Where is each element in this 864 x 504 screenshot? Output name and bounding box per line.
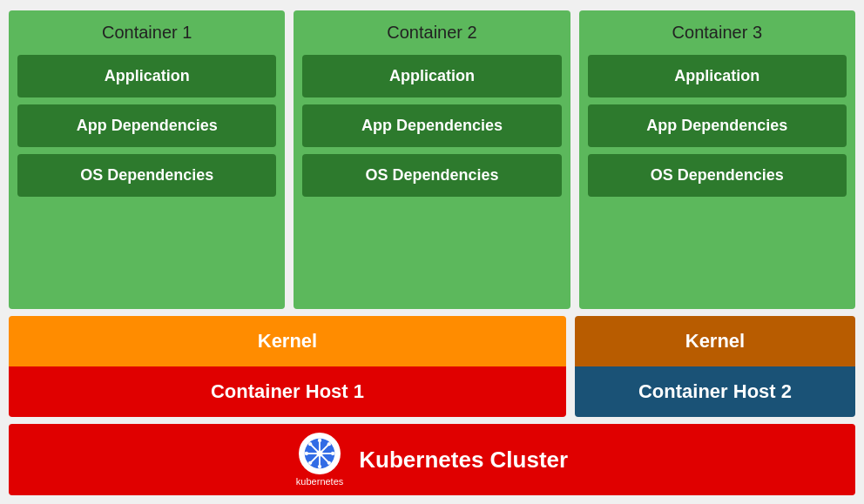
svg-point-17	[308, 461, 312, 465]
svg-point-12	[305, 452, 308, 455]
svg-point-15	[327, 461, 331, 465]
container-1-application: Application	[17, 55, 276, 97]
svg-point-10	[318, 439, 321, 442]
container-3-application: Application	[588, 55, 847, 97]
container-3-box: Container 3 Application App Dependencies…	[579, 10, 855, 309]
container-3-title: Container 3	[588, 19, 847, 48]
container-1-title: Container 1	[17, 19, 276, 48]
container-2-os-deps: OS Dependencies	[302, 154, 561, 197]
svg-point-11	[318, 465, 321, 468]
container-3-os-deps: OS Dependencies	[588, 154, 847, 197]
host2-container-host: Container Host 2	[575, 366, 855, 417]
container-2-box: Container 2 Application App Dependencies…	[294, 10, 570, 309]
kubernetes-logo: kubernetes	[296, 433, 343, 487]
host1-kernel: Kernel	[9, 316, 566, 366]
kubernetes-cluster-text: Kubernetes Cluster	[359, 447, 568, 474]
kubernetes-label: kubernetes	[296, 476, 343, 487]
container-1-os-deps: OS Dependencies	[17, 154, 276, 197]
kubernetes-wheel-icon	[304, 438, 335, 469]
host1-block: Kernel Container Host 1	[9, 316, 566, 417]
container-3-app-deps: App Dependencies	[588, 104, 847, 147]
kubernetes-row: kubernetes Kubernetes Cluster	[9, 424, 855, 495]
host2-kernel: Kernel	[575, 316, 855, 366]
svg-point-14	[308, 442, 312, 446]
container-1-app-deps: App Dependencies	[17, 104, 276, 147]
container-2-title: Container 2	[302, 19, 561, 48]
containers-row: Container 1 Application App Dependencies…	[9, 10, 855, 309]
container-2-application: Application	[302, 55, 561, 97]
svg-point-13	[331, 452, 334, 455]
svg-point-16	[327, 442, 331, 446]
kubernetes-logo-circle	[299, 433, 341, 474]
host2-block: Kernel Container Host 2	[575, 316, 855, 417]
hosts-row: Kernel Container Host 1 Kernel Container…	[9, 316, 855, 417]
container-1-box: Container 1 Application App Dependencies…	[9, 10, 285, 309]
main-wrapper: Container 1 Application App Dependencies…	[0, 0, 864, 504]
host1-container-host: Container Host 1	[9, 366, 566, 417]
container-2-app-deps: App Dependencies	[302, 104, 561, 147]
